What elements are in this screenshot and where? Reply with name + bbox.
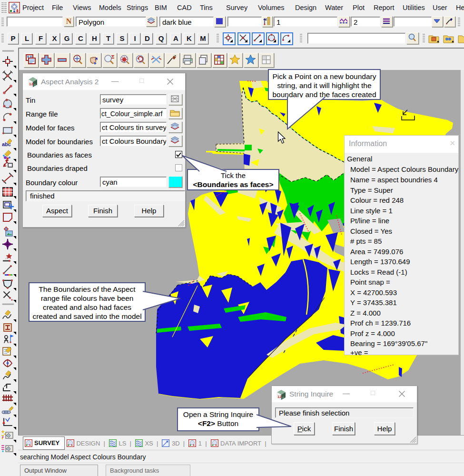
svg-text:d: d [34, 83, 36, 87]
svg-text:d: d [282, 396, 284, 399]
svg-text:12: 12 [29, 82, 33, 86]
svg-text:12: 12 [277, 395, 282, 399]
